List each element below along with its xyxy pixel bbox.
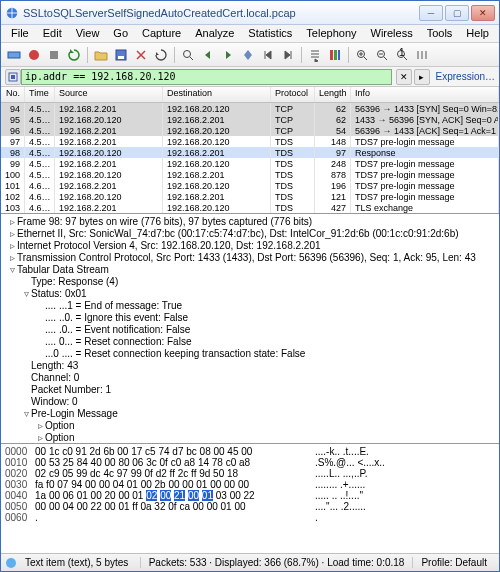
detail-row[interactable]: ...0 .... = Reset connection keeping tra…	[7, 348, 493, 360]
zoom-out-icon[interactable]	[373, 46, 391, 64]
expand-icon[interactable]: ▿	[21, 408, 31, 420]
packet-row[interactable]: 1034.6…192.168.2.201192.168.20.120TDS427…	[1, 202, 499, 213]
detail-row[interactable]: .... ...1 = End of message: True	[7, 300, 493, 312]
menu-help[interactable]: Help	[460, 25, 495, 42]
clear-filter-icon[interactable]: ✕	[396, 69, 412, 85]
reload-icon[interactable]	[152, 46, 170, 64]
expand-icon[interactable]: ▹	[35, 432, 45, 444]
menu-tools[interactable]: Tools	[421, 25, 459, 42]
auto-scroll-icon[interactable]	[306, 46, 324, 64]
expand-icon[interactable]: ▹	[35, 420, 45, 432]
col-protocol[interactable]: Protocol	[271, 87, 315, 102]
detail-row[interactable]: ▹Ethernet II, Src: SonicWal_74:d7:bc (00…	[7, 228, 493, 240]
packet-row[interactable]: 1024.6…192.168.20.120192.168.2.201TDS121…	[1, 191, 499, 202]
packet-row[interactable]: 984.5…192.168.20.120192.168.2.201TDS97Re…	[1, 147, 499, 158]
col-source[interactable]: Source	[55, 87, 163, 102]
expand-icon[interactable]: ▹	[7, 240, 17, 252]
menu-edit[interactable]: Edit	[37, 25, 68, 42]
hex-row[interactable]: 0060..	[5, 512, 495, 523]
expand-icon[interactable]: ▹	[7, 228, 17, 240]
first-packet-icon[interactable]	[259, 46, 277, 64]
hex-row[interactable]: 005000 00 04 00 22 00 01 ff 0a 32 0f ca …	[5, 501, 495, 512]
packet-row[interactable]: 1004.5…192.168.20.120192.168.2.201TDS878…	[1, 169, 499, 180]
save-file-icon[interactable]	[112, 46, 130, 64]
open-file-icon[interactable]	[92, 46, 110, 64]
expand-icon[interactable]: ▹	[7, 216, 17, 228]
close-button[interactable]: ✕	[471, 5, 495, 21]
svg-text:1: 1	[399, 48, 405, 58]
resize-columns-icon[interactable]	[413, 46, 431, 64]
detail-row[interactable]: ▹Frame 98: 97 bytes on wire (776 bits), …	[7, 216, 493, 228]
detail-row[interactable]: ▿Pre-Login Message	[7, 408, 493, 420]
detail-row[interactable]: .... ..0. = Ignore this event: False	[7, 312, 493, 324]
col-time[interactable]: Time	[25, 87, 55, 102]
svg-rect-1	[8, 52, 20, 58]
hex-row[interactable]: 002002 c9 05 99 dc 4c 97 99 0f d2 ff 2c …	[5, 468, 495, 479]
packet-list-body[interactable]: 944.5…192.168.2.201192.168.20.120TCP6256…	[1, 103, 499, 213]
col-destination[interactable]: Destination	[163, 87, 271, 102]
detail-row[interactable]: .... 0... = Reset connection: False	[7, 336, 493, 348]
last-packet-icon[interactable]	[279, 46, 297, 64]
packet-details-pane[interactable]: ▹Frame 98: 97 bytes on wire (776 bits), …	[1, 214, 499, 444]
detail-row[interactable]: .... .0.. = Event notification: False	[7, 324, 493, 336]
packet-row[interactable]: 954.5…192.168.20.120192.168.2.201TCP6214…	[1, 114, 499, 125]
expert-info-icon[interactable]	[5, 557, 17, 569]
find-icon[interactable]	[179, 46, 197, 64]
interfaces-icon[interactable]	[5, 46, 23, 64]
packet-row[interactable]: 964.5…192.168.2.201192.168.20.120TCP5456…	[1, 125, 499, 136]
col-length[interactable]: Length	[315, 87, 351, 102]
go-to-packet-icon[interactable]	[239, 46, 257, 64]
status-packet-counts: Packets: 533 · Displayed: 366 (68.7%) · …	[141, 557, 414, 568]
status-profile[interactable]: Profile: Default	[413, 557, 495, 568]
expand-icon[interactable]: ▿	[21, 288, 31, 300]
col-info[interactable]: Info	[351, 87, 499, 102]
start-capture-icon[interactable]	[25, 46, 43, 64]
close-file-icon[interactable]	[132, 46, 150, 64]
packet-row[interactable]: 994.5…192.168.2.201192.168.20.120TDS248T…	[1, 158, 499, 169]
display-filter-input[interactable]	[21, 69, 392, 85]
go-back-icon[interactable]	[199, 46, 217, 64]
detail-row[interactable]: ▹Transmission Control Protocol, Src Port…	[7, 252, 493, 264]
colorize-icon[interactable]	[326, 46, 344, 64]
menu-statistics[interactable]: Statistics	[242, 25, 298, 42]
hex-row[interactable]: 000000 1c c0 91 2d 6b 00 17 c5 74 d7 bc …	[5, 446, 495, 457]
packet-row[interactable]: 944.5…192.168.2.201192.168.20.120TCP6256…	[1, 103, 499, 114]
detail-row[interactable]: Length: 43	[7, 360, 493, 372]
detail-row[interactable]: ▹Option	[7, 420, 493, 432]
expand-icon[interactable]: ▿	[7, 264, 17, 276]
menu-capture[interactable]: Capture	[136, 25, 187, 42]
hex-row[interactable]: 001000 53 25 84 40 00 80 06 3c 0f c0 a8 …	[5, 457, 495, 468]
menu-analyze[interactable]: Analyze	[189, 25, 240, 42]
detail-row[interactable]: ▹Option	[7, 432, 493, 444]
menu-wireless[interactable]: Wireless	[365, 25, 419, 42]
menu-go[interactable]: Go	[107, 25, 134, 42]
detail-row[interactable]: ▹Internet Protocol Version 4, Src: 192.1…	[7, 240, 493, 252]
menu-view[interactable]: View	[70, 25, 106, 42]
restart-capture-icon[interactable]	[65, 46, 83, 64]
hex-row[interactable]: 0030fa f0 07 94 00 00 04 01 00 2b 00 00 …	[5, 479, 495, 490]
detail-row[interactable]: Packet Number: 1	[7, 384, 493, 396]
packet-row[interactable]: 974.5…192.168.2.201192.168.20.120TDS148T…	[1, 136, 499, 147]
menu-file[interactable]: File	[5, 25, 35, 42]
bookmark-filter-icon[interactable]	[5, 69, 21, 85]
packet-list-pane: No. Time Source Destination Protocol Len…	[1, 87, 499, 214]
hex-row[interactable]: 00401a 00 06 01 00 20 00 01 02 00 21 00 …	[5, 490, 495, 501]
stop-capture-icon[interactable]	[45, 46, 63, 64]
expand-icon[interactable]: ▹	[7, 252, 17, 264]
expression-button[interactable]: Expression…	[436, 71, 495, 82]
detail-row[interactable]: Window: 0	[7, 396, 493, 408]
apply-filter-icon[interactable]: ▸	[414, 69, 430, 85]
zoom-in-icon[interactable]	[353, 46, 371, 64]
detail-row[interactable]: Channel: 0	[7, 372, 493, 384]
col-no[interactable]: No.	[1, 87, 25, 102]
detail-row[interactable]: ▿Tabular Data Stream	[7, 264, 493, 276]
zoom-reset-icon[interactable]: 1	[393, 46, 411, 64]
packet-bytes-pane[interactable]: 000000 1c c0 91 2d 6b 00 17 c5 74 d7 bc …	[1, 444, 499, 528]
maximize-button[interactable]: ▢	[445, 5, 469, 21]
minimize-button[interactable]: ─	[419, 5, 443, 21]
detail-row[interactable]: ▿Status: 0x01	[7, 288, 493, 300]
detail-row[interactable]: Type: Response (4)	[7, 276, 493, 288]
go-forward-icon[interactable]	[219, 46, 237, 64]
packet-row[interactable]: 1014.6…192.168.2.201192.168.20.120TDS196…	[1, 180, 499, 191]
menu-telephony[interactable]: Telephony	[300, 25, 362, 42]
